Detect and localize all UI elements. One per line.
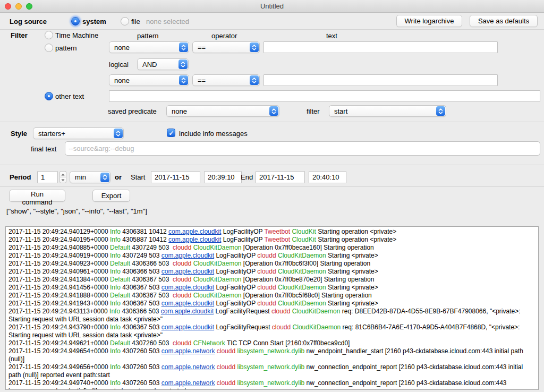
end-label: End [241, 173, 253, 181]
radio-time-machine[interactable] [45, 31, 53, 39]
period-section-label: Period [10, 173, 31, 181]
period-stepper[interactable] [60, 171, 66, 183]
log-entry: 2017-11-15 20:49:24.941384+0000 Default … [8, 276, 536, 284]
log-entry: 2017-11-15 20:49:24.941943+0000 Info 430… [8, 300, 536, 308]
log-entry: 2017-11-15 20:49:24.941888+0000 Default … [8, 292, 536, 300]
divider [0, 122, 544, 122]
log-entry: 2017-11-15 20:49:24.949621+0000 Default … [8, 339, 536, 347]
period-value-input[interactable] [37, 171, 58, 183]
start-date-input[interactable] [151, 171, 200, 183]
log-entry: 2017-11-15 20:49:24.940129+0000 Info 430… [8, 228, 536, 236]
popup-arrows-icon [436, 106, 445, 116]
filter-popup[interactable]: start [329, 105, 446, 117]
stepper-down-icon[interactable] [60, 177, 66, 183]
log-entry: 2017-11-15 20:49:24.949656+0000 Info 430… [8, 363, 536, 379]
app-window: Untitled Log source system file none sel… [0, 0, 544, 392]
include-info-label[interactable]: include info messages [179, 130, 248, 138]
radio-file-label[interactable]: file [131, 18, 140, 25]
popup-arrows-icon [250, 42, 259, 52]
row1-text-input[interactable] [264, 41, 498, 53]
radio-pattern[interactable] [45, 44, 53, 52]
row1-pattern-value: none [109, 44, 179, 52]
column-header-pattern: pattern [137, 32, 158, 40]
end-time-input[interactable] [309, 171, 346, 183]
logical-label: logical [109, 61, 129, 69]
row1-operator-value: == [193, 44, 250, 52]
logical-popup[interactable]: AND [137, 58, 189, 70]
write-logarchive-button[interactable]: Write logarchive [396, 15, 462, 27]
popup-arrows-icon [114, 129, 123, 138]
row2-operator-popup[interactable]: == [192, 74, 260, 86]
popup-arrows-icon [100, 173, 109, 182]
style-section-label: Style [11, 130, 27, 138]
radio-other-text[interactable] [45, 92, 53, 100]
divider [0, 186, 544, 187]
start-label: Start [131, 173, 145, 181]
filter-popup-value: start [329, 107, 436, 115]
window-title: Untitled [0, 0, 544, 12]
export-button[interactable]: Export [92, 190, 130, 202]
include-info-checkbox[interactable] [167, 129, 175, 137]
log-entry: 2017-11-15 20:49:24.943113+0000 Info 430… [8, 308, 536, 323]
row2-pattern-popup[interactable]: none [109, 74, 189, 86]
log-entry: 2017-11-15 20:49:24.940961+0000 Info 430… [8, 268, 536, 276]
close-icon[interactable] [5, 3, 11, 10]
popup-arrows-icon [269, 106, 278, 116]
command-preview: ["show", "--style", "json", "--info", "-… [6, 207, 147, 215]
stepper-up-icon[interactable] [60, 171, 66, 177]
popup-arrows-icon [178, 59, 188, 69]
row2-pattern-value: none [109, 76, 179, 84]
or-label: or [115, 173, 122, 181]
radio-system[interactable] [71, 17, 80, 25]
radio-other-text-label[interactable]: other text [55, 92, 84, 100]
start-time-input[interactable] [204, 171, 242, 183]
log-entry: 2017-11-15 20:49:24.943790+0000 Info 430… [8, 323, 536, 339]
log-entry: 2017-11-15 20:49:24.940885+0000 Default … [8, 244, 536, 252]
filter-section-label: Filter [11, 31, 28, 39]
divider [0, 165, 544, 165]
other-text-input[interactable] [109, 90, 540, 102]
saved-predicate-popup[interactable]: none [166, 105, 279, 117]
final-text-label: final text [31, 145, 56, 153]
saved-predicate-label: saved predicate [108, 107, 157, 115]
minimize-icon[interactable] [15, 3, 22, 10]
log-entry: 2017-11-15 20:49:24.940195+0000 Info 430… [8, 236, 536, 244]
radio-time-machine-label[interactable]: Time Machine [55, 31, 98, 39]
column-header-text: text [326, 32, 337, 40]
style-value: starters+ [33, 130, 114, 138]
saved-predicate-value: none [167, 107, 269, 115]
log-source-label: Log source [10, 18, 47, 25]
row2-operator-value: == [193, 76, 250, 84]
filter-popup-label: filter [307, 107, 320, 115]
divider [0, 29, 544, 30]
log-entry: 2017-11-15 20:49:24.949740+0000 Info 430… [8, 379, 536, 390]
row2-text-input[interactable] [264, 74, 498, 86]
log-entry: 2017-11-15 20:49:24.949654+0000 Info 430… [8, 347, 536, 363]
fullscreen-icon[interactable] [26, 3, 32, 10]
radio-file[interactable] [121, 17, 129, 25]
logical-value: AND [138, 61, 178, 69]
title-bar: Untitled [0, 0, 544, 13]
period-unit-value: min [70, 173, 100, 181]
style-popup[interactable]: starters+ [33, 127, 124, 139]
file-status-text: none selected [146, 18, 189, 25]
popup-arrows-icon [179, 75, 188, 85]
traffic-lights [5, 3, 32, 10]
save-as-defaults-button[interactable]: Save as defaults [470, 15, 538, 27]
row1-operator-popup[interactable]: == [192, 41, 260, 53]
end-date-input[interactable] [256, 171, 305, 183]
log-entry: 2017-11-15 20:49:24.941456+0000 Info 430… [8, 284, 536, 292]
column-header-operator: operator [211, 32, 237, 40]
radio-system-label[interactable]: system [82, 18, 106, 25]
popup-arrows-icon [250, 75, 259, 85]
run-command-button[interactable]: Run command [9, 190, 65, 202]
log-entry: 2017-11-15 20:49:24.940919+0000 Info 430… [8, 252, 536, 260]
log-output[interactable]: 2017-11-15 20:49:24.940129+0000 Info 430… [5, 226, 539, 390]
final-text-input[interactable] [65, 141, 540, 156]
period-unit-popup[interactable]: min [70, 171, 110, 183]
radio-pattern-label[interactable]: pattern [55, 44, 76, 52]
row1-pattern-popup[interactable]: none [109, 41, 189, 53]
popup-arrows-icon [179, 42, 188, 52]
log-entry: 2017-11-15 20:49:24.940923+0000 Default … [8, 260, 536, 268]
